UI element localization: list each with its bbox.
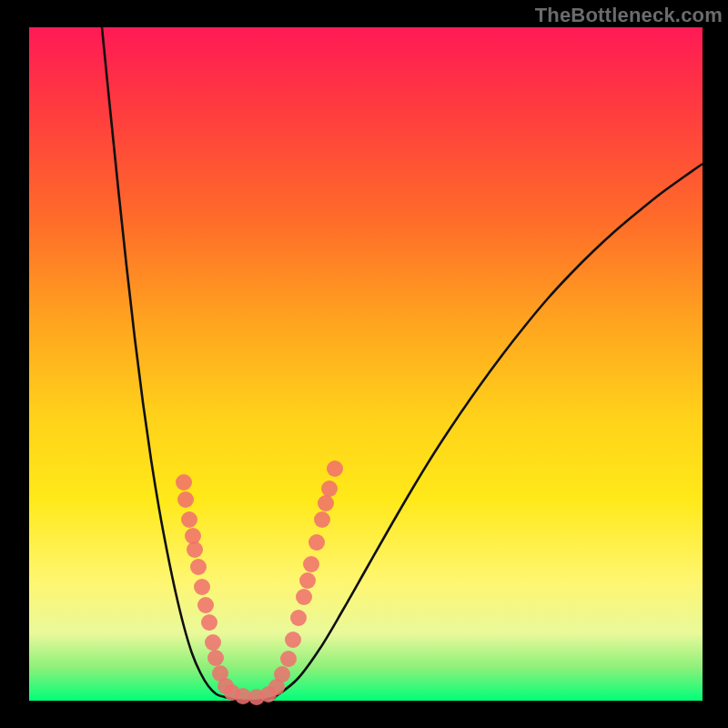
scatter-dot [201, 614, 217, 631]
scatter-dot [194, 579, 210, 595]
scatter-dot [321, 480, 338, 497]
scatter-dot [177, 491, 194, 508]
dots-layer [29, 27, 703, 701]
watermark-label: TheBottleneck.com [535, 4, 723, 27]
scatter-dot [187, 541, 203, 558]
scatter-dot [280, 651, 297, 667]
chart-stage: TheBottleneck.com [0, 0, 728, 728]
chart-plot-area [29, 27, 703, 701]
scatter-dot [197, 597, 214, 613]
scatter-dot [327, 460, 343, 477]
scatter-dot [318, 495, 334, 511]
scatter-points [176, 460, 343, 705]
scatter-dot [314, 511, 330, 528]
scatter-dot [176, 474, 192, 490]
scatter-dot [207, 650, 224, 666]
scatter-dot [308, 534, 325, 551]
scatter-dot [303, 556, 319, 572]
scatter-dot [190, 559, 207, 575]
scatter-dot [274, 666, 290, 682]
scatter-dot [285, 632, 301, 648]
scatter-dot [290, 610, 307, 626]
scatter-dot [205, 634, 221, 651]
scatter-dot [296, 589, 312, 605]
scatter-dot [181, 511, 197, 528]
scatter-dot [299, 572, 316, 589]
